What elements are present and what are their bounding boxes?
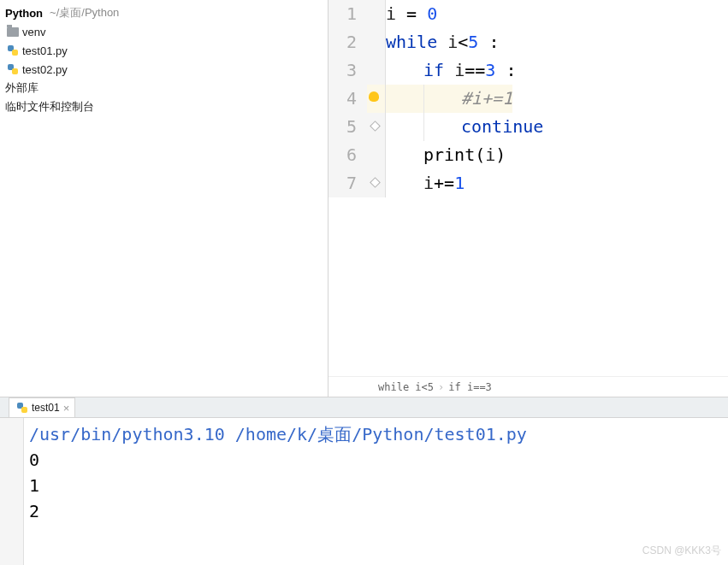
breadcrumb-item[interactable]: if i==3 [446, 381, 494, 393]
code-text[interactable]: #i+=1 [461, 85, 512, 113]
indent-guides [386, 113, 461, 141]
code-line[interactable]: 4#i+=1 [328, 85, 728, 113]
intention-bulb-icon[interactable] [369, 91, 379, 102]
line-number: 5 [328, 113, 367, 141]
console-tabs: test01 × [0, 397, 728, 418]
code-text[interactable]: if i==3 : [423, 56, 516, 85]
tree-item[interactable]: 外部库 [5, 79, 323, 97]
close-icon[interactable]: × [63, 402, 70, 415]
code-line[interactable]: 6print(i) [328, 141, 728, 169]
tree-item[interactable]: test01.py [5, 41, 323, 60]
indent-guides [386, 56, 423, 85]
project-path: ~/桌面/Python [50, 5, 119, 21]
tree-item[interactable]: venv [5, 22, 323, 41]
gutter[interactable] [367, 169, 386, 197]
fold-marker-icon[interactable] [370, 177, 381, 188]
code-editor[interactable]: 1i = 02while i<5 :3if i==3 :4#i+=15conti… [328, 0, 728, 397]
tree-item-label: venv [22, 26, 45, 38]
project-sidebar: Python ~/桌面/Python venvtest01.pytest02.p… [0, 0, 328, 397]
tree-item-label: test02.py [22, 63, 68, 76]
tree-item[interactable]: 临时文件和控制台 [5, 97, 323, 116]
tree-item-label: 临时文件和控制台 [5, 99, 94, 115]
code-text[interactable]: i+=1 [423, 169, 465, 197]
line-number: 6 [328, 141, 367, 169]
code-line[interactable]: 7i+=1 [328, 169, 728, 197]
folder-icon [7, 27, 19, 37]
gutter[interactable] [367, 85, 386, 113]
chevron-right-icon: › [436, 381, 446, 393]
breadcrumbs[interactable]: while i<5›if i==3 [328, 376, 728, 397]
code-line[interactable]: 3if i==3 : [328, 56, 728, 85]
project-root[interactable]: Python ~/桌面/Python [5, 3, 323, 22]
fold-marker-icon[interactable] [370, 121, 381, 132]
line-number: 1 [328, 0, 367, 28]
line-number: 4 [328, 85, 367, 113]
code-text[interactable]: continue [461, 113, 543, 141]
console-command: /usr/bin/python3.10 /home/k/桌面/Python/te… [29, 421, 723, 447]
watermark: CSDN @KKK3号 [642, 538, 721, 563]
line-number: 7 [328, 169, 367, 197]
console-line: 2 [29, 498, 723, 524]
python-icon [16, 402, 28, 414]
gutter[interactable] [367, 56, 386, 85]
tree-item-label: 外部库 [5, 80, 38, 96]
run-console: test01 × /usr/bin/python3.10 /home/k/桌面/… [0, 397, 728, 565]
code-text[interactable]: print(i) [423, 141, 506, 169]
python-file-icon [7, 44, 19, 56]
indent-guides [386, 169, 423, 197]
breadcrumb-item[interactable]: while i<5 [376, 381, 436, 393]
console-tab[interactable]: test01 × [9, 397, 75, 417]
line-number: 3 [328, 56, 367, 85]
code-text[interactable]: i = 0 [386, 0, 437, 28]
gutter[interactable] [367, 28, 386, 56]
gutter[interactable] [367, 0, 386, 28]
code-line[interactable]: 5continue [328, 113, 728, 141]
code-text[interactable]: while i<5 : [386, 28, 500, 56]
code-line[interactable]: 1i = 0 [328, 0, 728, 28]
tree-item[interactable]: test02.py [5, 60, 323, 79]
python-file-icon [7, 63, 19, 75]
project-name: Python [5, 7, 43, 20]
console-output[interactable]: /usr/bin/python3.10 /home/k/桌面/Python/te… [24, 418, 728, 565]
console-tab-label: test01 [32, 402, 60, 414]
console-gutter [0, 418, 24, 565]
indent-guides [386, 85, 461, 113]
tree-item-label: test01.py [22, 44, 68, 57]
line-number: 2 [328, 28, 367, 56]
code-line[interactable]: 2while i<5 : [328, 28, 728, 56]
gutter[interactable] [367, 113, 386, 141]
console-line: 1 [29, 473, 723, 498]
gutter[interactable] [367, 141, 386, 169]
indent-guides [386, 141, 423, 169]
console-line: 0 [29, 447, 723, 473]
